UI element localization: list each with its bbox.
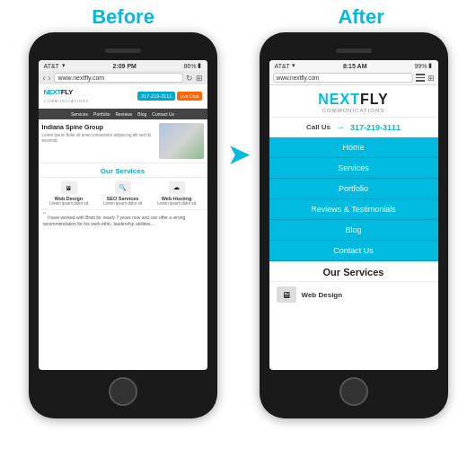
before-services-grid: 🖥 Web Design Lorem ipsum dolor sit 🔍 SEO… (39, 178, 207, 209)
after-logo: NEXTFLY (273, 92, 435, 107)
after-time: 8:15 AM (343, 63, 367, 69)
before-battery: 86% (183, 63, 196, 69)
phones-row: AT&T ▾ 2:09 PM 86% ▮ ‹ › www.nextfly.com… (0, 32, 476, 418)
after-nav-contact[interactable]: Contact Us (269, 241, 438, 261)
after-web-design-item: 🖥 Web Design (269, 281, 438, 307)
before-quote-icon: " (43, 211, 47, 221)
phone-speaker-after (336, 48, 372, 53)
before-status-bar: AT&T ▾ 2:09 PM 86% ▮ (39, 60, 207, 71)
before-tabs-icon[interactable]: ⊞ (196, 74, 203, 83)
after-label: After (338, 5, 383, 29)
after-logo-sub: COMMUNICATIONS (273, 108, 435, 113)
after-webdesign-icon: 🖥 (277, 286, 296, 303)
after-battery-icon: ▮ (428, 62, 432, 69)
after-phone: AT&T ▾ 8:15 AM 99% ▮ www.nextfly.com ⊞ (260, 32, 448, 418)
after-status-bar: AT&T ▾ 8:15 AM 99% ▮ (269, 60, 438, 71)
before-seo-icon: 🔍 (115, 181, 131, 194)
after-carrier: AT&T (275, 63, 290, 69)
before-url-input[interactable]: www.nextfly.com (54, 73, 183, 83)
after-nav-portfolio[interactable]: Portfolio (269, 179, 438, 199)
after-call-label: Call Us (306, 123, 331, 131)
transition-arrow: ➤ (228, 140, 249, 170)
before-logo-bar: NEXTFLY COMMUNICATIONS 317-219-3111 Live… (39, 84, 207, 109)
after-call-bar: Call Us → 317-219-3111 (269, 118, 438, 137)
before-label: Before (92, 5, 154, 29)
after-screen: AT&T ▾ 8:15 AM 99% ▮ www.nextfly.com ⊞ (269, 60, 438, 370)
before-hero-title: Indiana Spine Group (42, 123, 155, 131)
before-hosting-icon: ☁ (169, 181, 185, 194)
after-webdesign-label: Web Design (302, 291, 343, 299)
before-wifi-icon: ▾ (62, 62, 66, 69)
before-webdesign-icon: 🖥 (61, 181, 77, 194)
before-hero-desc: Lorem ipsum dolor sit amet consectetur a… (42, 133, 155, 144)
phone-speaker-before (105, 48, 141, 53)
before-sub-nav: Services Portfolio Reviews Blog Contact … (39, 109, 207, 119)
after-logo-section: NEXTFLY COMMUNICATIONS (269, 85, 438, 118)
after-nav-reviews[interactable]: Reviews & Testimonials (269, 199, 438, 220)
after-nav-home[interactable]: Home (269, 137, 438, 158)
before-logo: NEXTFLY COMMUNICATIONS (44, 88, 90, 104)
before-live-chat[interactable]: Live Chat (177, 92, 201, 101)
after-menu-icon[interactable] (416, 74, 425, 82)
before-nav-contact[interactable]: Contact Us (150, 110, 176, 118)
before-seo-desc: Lorem ipsum dolor sit (103, 201, 142, 206)
before-hero: Indiana Spine Group Lorem ipsum dolor si… (39, 119, 207, 163)
before-back-icon[interactable]: ‹ (43, 74, 46, 83)
before-nav-portfolio[interactable]: Portfolio (92, 110, 111, 118)
after-tabs-icon[interactable]: ⊞ (428, 74, 435, 83)
before-webdesign-desc: Lorem ipsum dolor sit (49, 201, 88, 206)
after-call-number[interactable]: 317-219-3111 (350, 123, 401, 132)
before-nav-blog[interactable]: Blog (136, 110, 148, 118)
before-service-seo: 🔍 SEO Services Lorem ipsum dolor sit (99, 181, 147, 206)
after-services-title: Our Services (269, 261, 438, 281)
before-nav-reviews[interactable]: Reviews (113, 110, 134, 118)
arrow-container: ➤ (228, 140, 249, 170)
after-battery: 99% (414, 63, 427, 69)
before-refresh-icon[interactable]: ↻ (186, 74, 193, 83)
before-services-title: Our Services (39, 163, 207, 178)
before-screen: AT&T ▾ 2:09 PM 86% ▮ ‹ › www.nextfly.com… (39, 60, 207, 370)
header-row: Before After (0, 0, 476, 32)
before-hosting-desc: Lorem ipsum dolor sit (157, 201, 196, 206)
before-time: 2:09 PM (112, 63, 136, 69)
before-home-button[interactable] (109, 377, 137, 406)
before-service-hosting: ☁ Web Hosting Lorem ipsum dolor sit (153, 181, 201, 206)
before-hero-image (159, 123, 204, 159)
after-nav-blog[interactable]: Blog (269, 220, 438, 241)
after-nav-services[interactable]: Services (269, 158, 438, 179)
after-home-button[interactable] (339, 377, 368, 406)
before-carrier: AT&T (44, 63, 59, 69)
after-call-arrow-icon: → (336, 122, 345, 132)
before-forward-icon[interactable]: › (48, 74, 51, 83)
before-testimonial-text: I have worked with Brett for nearly 7 ye… (43, 215, 186, 226)
after-url-input[interactable]: www.nextfly.com (273, 73, 413, 83)
before-service-webdesign: 🖥 Web Design Lorem ipsum dolor sit (45, 181, 93, 206)
before-testimonial: " I have worked with Brett for nearly 7 … (39, 209, 207, 229)
before-call-number[interactable]: 317-219-3111 (137, 92, 175, 101)
before-url-bar: ‹ › www.nextfly.com ↻ ⊞ (39, 71, 207, 84)
before-phone: AT&T ▾ 2:09 PM 86% ▮ ‹ › www.nextfly.com… (29, 32, 217, 418)
after-url-bar: www.nextfly.com ⊞ (269, 71, 438, 85)
after-wifi-icon: ▾ (292, 62, 295, 69)
before-battery-icon: ▮ (198, 62, 201, 69)
before-nav-services[interactable]: Services (69, 110, 90, 118)
